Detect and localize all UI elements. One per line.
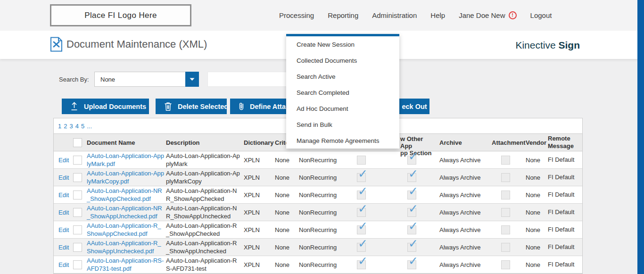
upload-documents-button[interactable]: Upload Documents [62,99,149,114]
attachment-checkbox[interactable] [501,225,510,234]
check-mark-icon: ✓ [408,203,418,215]
menu-item-search-active[interactable]: Search Active [286,68,399,84]
check-mark-icon: ✓ [358,238,368,249]
recurring-type-cell: NonRecurring [295,169,353,186]
pagination-page-5[interactable]: 5 [81,123,84,130]
row-select-checkbox[interactable] [73,208,82,217]
header-archive[interactable]: Archive [436,134,490,151]
pagination-page-3[interactable]: 3 [69,123,73,130]
document-xml-icon [50,37,63,54]
menu-item-send-in-bulk[interactable]: Send in Bulk [286,116,399,133]
attachment-checkbox[interactable] [501,260,510,269]
header-edit-spacer [54,134,72,151]
edit-link[interactable]: Edit [58,261,69,268]
edit-link[interactable]: Edit [58,209,69,216]
document-name-link[interactable]: AAuto-Loan-Application-RS-AFD731-test.pd… [87,257,165,273]
brand-product: Sign [559,40,580,50]
delete-selected-button[interactable]: Delete Selected [156,99,227,114]
header-document-name[interactable]: Document Name [86,134,165,151]
recurring-checkbox[interactable]: ✓ [357,225,366,234]
recurring-checkbox[interactable]: ✓ [357,208,366,217]
row-select-checkbox[interactable] [73,156,82,165]
menu-item-create-new-session[interactable]: Create New Session [286,36,399,52]
table-row: Edit AAuto-Loan-Application-ApplyMarkCop… [54,169,582,186]
vendor-cell: None [523,204,545,221]
search-by-select[interactable]: None [94,72,199,87]
show-other-app-checkbox[interactable]: ✓ [407,260,416,269]
header-remote-message[interactable]: Remote Message [545,134,582,151]
recurring-checkbox[interactable] [357,156,366,165]
vendor-cell: None [523,169,545,186]
main-nav: Processing Reporting Administration Help… [279,0,552,31]
header-other-app-section[interactable]: w Other App pp Section [393,134,436,151]
select-all-checkbox[interactable] [73,138,82,147]
header-dictionary[interactable]: Dictionary [240,134,273,151]
recurring-type-cell: NonRecurring [295,151,353,168]
header-vendor[interactable]: Vendor [523,134,545,151]
edit-link[interactable]: Edit [58,174,69,181]
document-name-link[interactable]: AAuto-Loan-Application-R_ShowAppChecked.… [87,222,165,238]
attachment-checkbox[interactable] [501,208,510,217]
edit-link[interactable]: Edit [58,191,69,199]
row-select-checkbox[interactable] [73,243,82,252]
vendor-cell: None [523,256,545,273]
nav-logout[interactable]: Logout [530,11,552,19]
row-select-checkbox[interactable] [73,191,82,199]
edit-link[interactable]: Edit [58,244,69,251]
menu-item-collected-documents[interactable]: Collected Documents [286,52,399,68]
table-row: Edit AAuto-Loan-Application-NR_ShowAppUn… [54,204,582,221]
nav-user-menu[interactable]: Jane Doe New ! [459,11,516,19]
recurring-checkbox[interactable]: ✓ [357,243,366,252]
criteria-cell: None [273,151,295,168]
chevron-down-icon[interactable] [185,72,199,87]
row-select-checkbox[interactable] [73,260,82,269]
upload-documents-label: Upload Documents [84,103,146,110]
edit-link[interactable]: Edit [58,157,69,164]
archive-cell: Always Archive [436,169,490,186]
menu-item-search-completed[interactable]: Search Completed [286,84,399,100]
nav-processing[interactable]: Processing [279,11,314,19]
archive-cell: Always Archive [436,204,490,221]
nav-help[interactable]: Help [430,11,445,19]
header-description[interactable]: Description [165,134,240,151]
row-select-checkbox[interactable] [73,173,82,182]
show-other-app-checkbox[interactable]: ✓ [407,173,416,182]
row-select-checkbox[interactable] [73,225,82,234]
recurring-checkbox[interactable]: ✓ [357,260,366,269]
archive-cell: Always Archive [436,256,490,273]
menu-item-ad-hoc-document[interactable]: Ad Hoc Document [286,100,399,116]
processing-dropdown-menu: Create New SessionCollected DocumentsSea… [286,34,399,149]
check-out-button-partial[interactable]: eck Out [399,99,429,114]
show-other-app-checkbox[interactable]: ✓ [407,156,416,165]
app-window: Place FI Logo Here Processing Reporting … [0,0,644,274]
top-bar: Place FI Logo Here Processing Reporting … [0,0,644,31]
document-name-link[interactable]: AAuto-Loan-Application-NR_ShowAppUncheck… [87,204,165,220]
header-attachment[interactable]: Attachment [490,134,523,151]
pagination-ellipsis[interactable]: ... [87,123,92,130]
document-name-link[interactable]: AAuto-Loan-Application-ApplyMark.pdf [87,152,165,168]
show-other-app-checkbox[interactable]: ✓ [407,225,416,234]
pagination-page-4[interactable]: 4 [75,123,79,130]
recurring-checkbox[interactable]: ✓ [357,191,366,199]
pagination-page-2[interactable]: 2 [64,123,67,130]
alert-icon: ! [509,11,517,19]
attachment-checkbox[interactable] [501,173,510,182]
pagination-page-1[interactable]: 1 [58,123,61,130]
attachment-checkbox[interactable] [501,156,510,165]
recurring-checkbox[interactable]: ✓ [357,173,366,182]
document-name-link[interactable]: AAuto-Loan-Application-ApplyMarkCopy.pdf [87,169,165,185]
attachment-checkbox[interactable] [501,243,510,252]
show-other-app-checkbox[interactable]: ✓ [407,243,416,252]
document-name-link[interactable]: AAuto-Loan-Application-R_ShowAppUnchecke… [87,239,165,255]
attachment-checkbox[interactable] [501,191,510,199]
remote-message-cell: FI Default [545,169,582,186]
nav-administration[interactable]: Administration [372,11,417,19]
criteria-cell: None [273,169,295,186]
document-name-link[interactable]: AAuto-Loan-Application-NR_ShowAppChecked… [87,187,165,203]
menu-item-manage-remote-agreements[interactable]: Manage Remote Agreements [286,133,399,149]
nav-reporting[interactable]: Reporting [328,11,358,19]
show-other-app-checkbox[interactable]: ✓ [407,208,416,217]
edit-link[interactable]: Edit [58,226,69,233]
show-other-app-checkbox[interactable]: ✓ [407,191,416,199]
page-title: Document Maintenance (XML) [66,38,207,50]
